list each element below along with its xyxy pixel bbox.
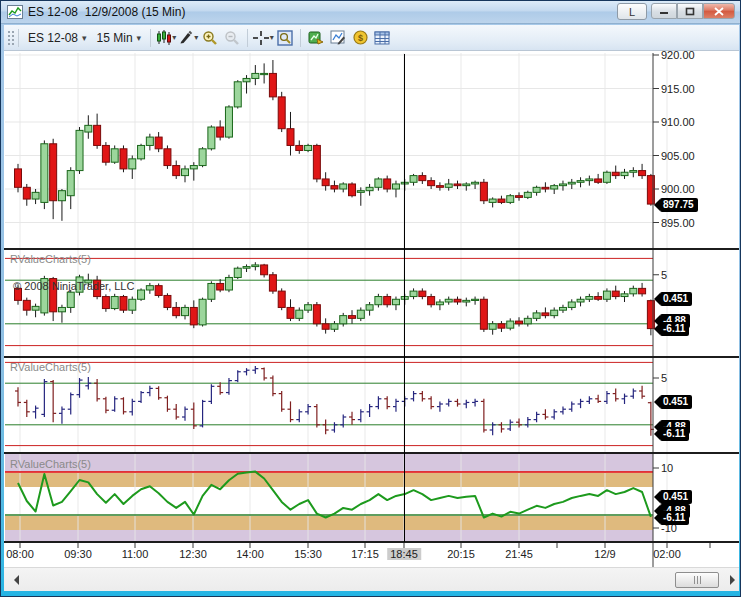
scroll-right-arrow[interactable] <box>726 574 738 586</box>
minimize-button[interactable] <box>651 3 677 19</box>
price-axis[interactable] <box>654 51 739 543</box>
chart-properties-button[interactable] <box>327 28 349 48</box>
draw-tool-button[interactable]: ▾ <box>177 28 199 48</box>
copyright-label: © 2008 NinjaTrader, LLC <box>13 280 134 292</box>
time-axis[interactable] <box>4 543 739 567</box>
chart-style-button[interactable]: ▾ <box>155 28 177 48</box>
toolbar-separator <box>300 29 301 47</box>
chevron-down-icon: ▾ <box>270 33 274 42</box>
instrument-label: ES 12-08 <box>28 31 78 45</box>
chart-canvas <box>4 51 739 567</box>
svg-text:$: $ <box>358 33 363 43</box>
title-bar[interactable]: ES 12-08 12/9/2008 (15 Min) L <box>1 1 740 24</box>
link-button[interactable]: L <box>617 3 647 20</box>
chart-plot-area[interactable]: 920.00915.00910.00905.00900.00895.005510… <box>4 51 739 567</box>
crosshair-vertical-line <box>404 54 405 542</box>
toolbar-grip-handle[interactable] <box>6 29 14 47</box>
panel-splitter[interactable] <box>4 248 739 250</box>
zoom-in-button[interactable] <box>199 28 221 48</box>
scrollbar-thumb[interactable] <box>675 572 719 588</box>
chart-app-icon <box>7 5 23 19</box>
chevron-down-icon: ▾ <box>172 33 176 42</box>
data-series-button[interactable]: $ <box>349 28 371 48</box>
chart-snapshot-button[interactable] <box>274 28 296 48</box>
restore-button[interactable] <box>677 3 703 19</box>
chevron-down-icon: ▾ <box>137 33 142 43</box>
chevron-down-icon: ▾ <box>82 33 87 43</box>
interval-dropdown[interactable]: 15 Min ▾ <box>92 29 147 47</box>
toolbar-separator <box>247 29 248 47</box>
right-triangle-icon <box>730 575 735 585</box>
panel-splitter[interactable] <box>4 452 739 454</box>
horizontal-scrollbar[interactable] <box>4 567 739 591</box>
zoom-out-button[interactable] <box>221 28 243 48</box>
instrument-dropdown[interactable]: ES 12-08 ▾ <box>23 29 92 47</box>
chart-window: ES 12-08 12/9/2008 (15 Min) L ES 12-08 ▾ <box>0 0 741 597</box>
scroll-left-arrow[interactable] <box>10 574 22 586</box>
close-button[interactable] <box>703 3 735 19</box>
indicator-label: RValueCharts(5) <box>10 361 91 373</box>
indicators-button[interactable] <box>305 28 327 48</box>
indicator-label: RValueCharts(5) <box>10 458 91 470</box>
toolbar: ES 12-08 ▾ 15 Min ▾ ▾ ▾ ▾ <box>4 25 739 51</box>
data-grid-button[interactable] <box>371 28 393 48</box>
indicator-label: RValueCharts(5) <box>10 253 91 265</box>
chevron-down-icon: ▾ <box>194 33 198 42</box>
panel-splitter[interactable] <box>4 356 739 358</box>
window-title: ES 12-08 12/9/2008 (15 Min) <box>28 5 185 19</box>
left-triangle-icon <box>14 575 19 585</box>
crosshair-button[interactable]: ▾ <box>252 28 274 48</box>
toolbar-separator <box>150 29 151 47</box>
toolbar-separator <box>18 29 19 47</box>
interval-label: 15 Min <box>97 31 133 45</box>
